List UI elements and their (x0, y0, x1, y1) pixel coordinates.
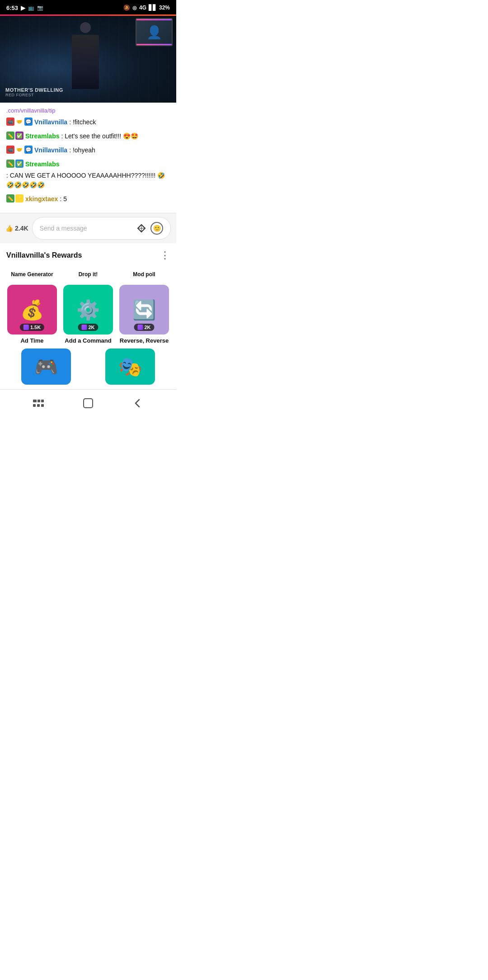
reward-item-4[interactable]: 🎮 (6, 349, 86, 385)
reward-item-5[interactable]: 🎭 (90, 349, 170, 385)
time: 6:53 (6, 5, 18, 11)
location-icon: ◎ (132, 5, 137, 11)
reward-name: Add a Command (65, 337, 111, 344)
pip-bar-bottom (136, 44, 172, 45)
battery-level: 32% (159, 5, 170, 11)
svg-rect-7 (37, 404, 40, 407)
badge-video: 📹 (6, 146, 14, 154)
video-player[interactable]: MOTHER'S DWELLING RED FOREST (0, 14, 176, 103)
navigation-bar (0, 389, 176, 417)
badge-verified: ✅ (15, 132, 23, 140)
badge-hands: 🤝 (15, 146, 23, 154)
more-options-icon[interactable]: ⋮ (160, 250, 170, 261)
chat-message: 📹 🤝 💬 Vnillavnilla : !fitcheck (6, 118, 170, 127)
svg-rect-3 (33, 400, 37, 402)
reward-card-ad-time[interactable]: 💰 1.5K (7, 285, 57, 335)
cost-value: 2K (88, 325, 94, 330)
reward-cost: 2K (134, 324, 154, 331)
points-cost-icon (137, 325, 143, 330)
chat-message: ✏️ ⭐ xkingxtaex : 5 (6, 194, 170, 204)
reward-cost: 2K (78, 324, 98, 331)
nav-menu-button[interactable] (30, 395, 47, 411)
like-icon: 👍 (5, 225, 13, 232)
rewards-row2: 🎮 🎭 (6, 349, 170, 385)
reward-icon: 💰 (20, 299, 44, 321)
chat-text: : !fitcheck (69, 118, 96, 127)
badge-group: 📹 🤝 💬 (6, 146, 33, 154)
location-label: MOTHER'S DWELLING RED FOREST (5, 87, 63, 97)
reward-item-1[interactable]: Name Generator 💰 1.5K Ad Time (6, 268, 58, 344)
username: Streamlabs (25, 132, 59, 141)
badge-group: ✏️ ✅ (6, 160, 23, 168)
chat-text: : CAN WE GET A HOOOOO YEAAAAAHHH????!!!!… (6, 171, 170, 190)
reward-item-2[interactable]: Drop it! ⚙️ 2K Add a Command (62, 268, 114, 344)
cost-value: 1.5K (30, 325, 41, 330)
instagram-icon: 📷 (37, 5, 43, 11)
badge-verified: ✅ (15, 160, 23, 168)
username: Vnillavnilla (34, 146, 67, 155)
message-bar: 👍 2.4K Send a message 🙂 (0, 213, 176, 243)
username: xkingxtaex (25, 194, 58, 204)
emoji-icon[interactable]: 🙂 (150, 222, 163, 235)
reward-icon: 🔄 (132, 299, 156, 321)
reward-card-command[interactable]: ⚙️ 2K (63, 285, 113, 335)
chat-message: ✏️ ✅ Streamlabs : CAN WE GET A HOOOOO YE… (6, 160, 170, 190)
reward-cost: 1.5K (20, 324, 44, 331)
rewards-grid-labels: Name Generator 💰 1.5K Ad Time Drop it! ⚙… (6, 268, 170, 344)
reward-icon: 🎭 (118, 356, 142, 378)
reward-name: Reverse, Reverse (120, 337, 169, 344)
status-right: 🔕 ◎ 4G ▋▋ 32% (123, 5, 170, 11)
reward-label: Drop it! (79, 268, 98, 282)
badge-video: 📹 (6, 118, 14, 126)
badge-group: 📹 🤝 💬 (6, 118, 33, 126)
sub-location: RED FOREST (5, 93, 63, 97)
status-bar: 6:53 ▶ 📺 📷 🔕 ◎ 4G ▋▋ 32% (0, 0, 176, 14)
chat-text: : 5 (60, 194, 67, 204)
youtube-icon: ▶ (21, 5, 25, 11)
chat-text: : !ohyeah (69, 146, 95, 155)
message-placeholder[interactable]: Send a message (40, 225, 87, 232)
reward-item-3[interactable]: Mod poll 🔄 2K Reverse, Reverse (118, 268, 170, 344)
tip-link[interactable]: .com/vnillavnilla/tip (6, 107, 170, 114)
reward-icon: 🎮 (34, 356, 58, 378)
reward-label: Mod poll (133, 268, 155, 282)
chat-section: .com/vnillavnilla/tip 📹 🤝 💬 Vnillavnilla… (0, 103, 176, 213)
pip-bar-top (136, 19, 172, 20)
badge-hands: 🤝 (15, 118, 23, 126)
badge-chat: 💬 (24, 118, 33, 126)
username: Vnillavnilla (34, 118, 67, 127)
badge-edit: ✏️ (6, 194, 14, 203)
reward-icon: ⚙️ (76, 299, 100, 321)
points-icon[interactable] (136, 223, 147, 234)
twitch-icon: 📺 (28, 5, 34, 11)
nav-back-button[interactable] (130, 395, 146, 411)
reward-card-reverse[interactable]: 🔄 2K (119, 285, 169, 335)
badge-chat: 💬 (24, 146, 33, 154)
mute-icon: 🔕 (123, 5, 130, 11)
signal-bars-icon: ▋▋ (149, 5, 157, 11)
points-cost-icon (81, 325, 87, 330)
location-name: MOTHER'S DWELLING (5, 87, 63, 93)
signal-icon: 4G (139, 5, 146, 11)
cost-value: 2K (144, 325, 150, 330)
svg-rect-5 (41, 400, 44, 402)
points-cost-icon (23, 325, 29, 330)
svg-rect-6 (33, 404, 36, 407)
reward-card-4[interactable]: 🎮 (21, 349, 71, 385)
message-input-wrapper[interactable]: Send a message 🙂 (32, 217, 171, 240)
pip-webcam (136, 18, 173, 46)
chat-message: 📹 🤝 💬 Vnillavnilla : !ohyeah (6, 146, 170, 155)
game-character (72, 35, 99, 89)
like-count: 👍 2.4K (5, 225, 28, 232)
rewards-title: Vnillavnilla's Rewards (6, 251, 82, 259)
nav-home-button[interactable] (80, 395, 96, 411)
badge-group: ✏️ ⭐ (6, 194, 23, 203)
rewards-section: Vnillavnilla's Rewards ⋮ Name Generator … (0, 243, 176, 389)
svg-rect-4 (38, 400, 40, 402)
svg-rect-8 (41, 404, 44, 407)
rewards-header: Vnillavnilla's Rewards ⋮ (6, 250, 170, 261)
reward-card-5[interactable]: 🎭 (105, 349, 155, 385)
svg-rect-9 (84, 399, 93, 408)
chat-message: ✏️ ✅ Streamlabs : Let's see the outfit!!… (6, 132, 170, 141)
username: Streamlabs (25, 160, 59, 169)
